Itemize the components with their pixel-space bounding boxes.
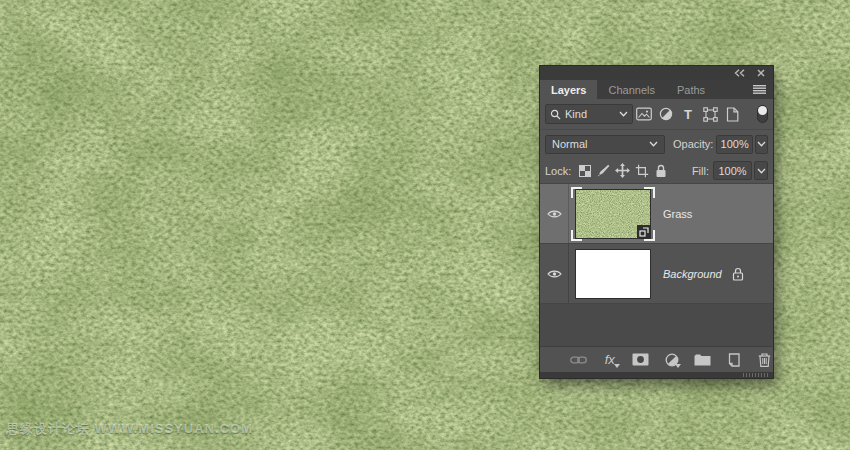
eye-icon: [547, 269, 562, 279]
close-icon[interactable]: [757, 69, 765, 77]
blend-row: Normal Opacity: 100%: [540, 130, 773, 158]
caret-down-icon: [675, 364, 681, 368]
add-layer-mask-button[interactable]: [632, 351, 650, 369]
layer-row-grass[interactable]: Grass: [540, 184, 773, 244]
chevron-down-icon: [757, 141, 766, 147]
watermark-text: 思缘设计论坛 WWW.MISSYUAN.COM: [6, 420, 253, 438]
layer-thumbnail-grass[interactable]: [571, 186, 655, 242]
collapse-panel-icon[interactable]: [734, 69, 745, 77]
tab-channels[interactable]: Channels: [597, 80, 665, 99]
link-layers-icon: [570, 355, 587, 365]
eye-icon: [547, 209, 562, 219]
lock-position-icon: [615, 163, 630, 178]
lock-transparency-button[interactable]: [575, 162, 594, 180]
filter-type-layers-icon: T: [684, 107, 692, 122]
delete-layer-button[interactable]: [755, 351, 773, 369]
delete-icon: [758, 353, 771, 367]
blend-mode-value: Normal: [552, 138, 587, 150]
smart-object-badge: [637, 225, 651, 239]
layers-panel: Layers Channels Paths Kind: [540, 66, 773, 378]
fill-label: Fill:: [692, 165, 709, 177]
filter-pixel-layers-icon: [636, 107, 652, 121]
layers-list-empty-area[interactable]: [540, 304, 773, 344]
grass-thumbnail-image: [576, 190, 650, 238]
layer-name-background[interactable]: Background: [663, 268, 722, 280]
new-layer-icon: [726, 353, 740, 367]
filter-toggle-switch[interactable]: [757, 105, 768, 123]
chevron-down-icon: [649, 141, 658, 147]
opacity-label: Opacity:: [673, 138, 713, 150]
new-adjustment-layer-button[interactable]: [663, 351, 681, 369]
background-thumbnail-image: [576, 250, 650, 298]
lock-pixels-icon: [597, 164, 610, 177]
layer-style-button[interactable]: fx: [601, 351, 619, 369]
filter-pixel-layers-button[interactable]: [633, 104, 655, 124]
tab-layers[interactable]: Layers: [540, 80, 597, 99]
layer-row-background[interactable]: Background: [540, 244, 773, 304]
layers-list: Grass Background: [540, 184, 773, 346]
resize-grip[interactable]: [743, 373, 769, 377]
search-icon: [550, 109, 561, 120]
fill-value-field[interactable]: 100%: [713, 161, 752, 180]
add-mask-icon: [632, 353, 649, 366]
lock-all-button[interactable]: [651, 162, 670, 180]
group-icon: [694, 354, 711, 366]
visibility-toggle-grass[interactable]: [540, 184, 569, 243]
chevron-down-icon: [757, 168, 766, 174]
filter-kind-label: Kind: [565, 108, 587, 120]
lock-transparency-icon: [579, 165, 591, 177]
tab-paths[interactable]: Paths: [666, 80, 716, 99]
link-layers-button[interactable]: [570, 351, 588, 369]
new-group-button[interactable]: [693, 351, 711, 369]
layer-thumbnail-background[interactable]: [571, 246, 655, 302]
chevron-down-icon: [619, 111, 628, 117]
panel-bottom-bar: fx: [540, 346, 773, 372]
filter-shape-layers-icon: [703, 107, 718, 122]
filter-shape-layers-button[interactable]: [699, 104, 721, 124]
lock-all-icon: [655, 164, 667, 178]
caret-down-icon: [614, 364, 620, 368]
filter-row: Kind T: [540, 99, 773, 130]
opacity-dropdown-button[interactable]: [755, 135, 768, 154]
panel-footer: [540, 372, 773, 378]
filter-adjustment-layers-button[interactable]: [655, 104, 677, 124]
fill-dropdown-button[interactable]: [754, 161, 768, 180]
lock-artboard-icon: [635, 164, 649, 178]
filter-kind-select[interactable]: Kind: [545, 104, 633, 124]
photoshop-workspace: 思缘设计论坛 WWW.MISSYUAN.COM Layers Channels …: [0, 0, 850, 450]
lock-pixels-button[interactable]: [594, 162, 613, 180]
opacity-value-field[interactable]: 100%: [716, 135, 752, 154]
lock-label: Lock:: [545, 165, 571, 177]
new-layer-button[interactable]: [724, 351, 742, 369]
panel-menu-icon: [753, 85, 766, 94]
panel-menu-button[interactable]: [745, 80, 773, 99]
panel-tab-bar: Layers Channels Paths: [540, 80, 773, 99]
visibility-toggle-background[interactable]: [540, 244, 569, 303]
filter-toggle-knob: [758, 106, 767, 115]
lock-artboard-button[interactable]: [632, 162, 651, 180]
layer-name-grass[interactable]: Grass: [663, 208, 692, 220]
filter-adjustment-layers-icon: [659, 107, 673, 121]
background-lock-icon: [732, 267, 744, 281]
filter-smart-objects-icon: [726, 107, 739, 122]
blend-mode-select[interactable]: Normal: [545, 135, 665, 154]
filter-smart-objects-button[interactable]: [721, 104, 743, 124]
lock-position-button[interactable]: [613, 162, 632, 180]
panel-titlebar: [540, 66, 773, 80]
filter-type-layers-button[interactable]: T: [677, 104, 699, 124]
lock-row: Lock:: [540, 158, 773, 184]
